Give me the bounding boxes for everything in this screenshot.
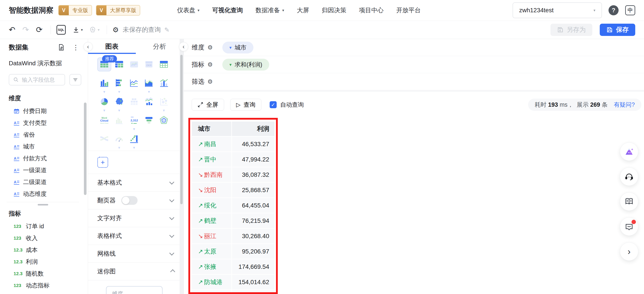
chart-type-item[interactable] <box>142 95 156 114</box>
chart-type-item[interactable] <box>97 132 112 151</box>
table-row[interactable]: ↗晋中 47,994.22 <box>192 152 275 167</box>
minichart-dimension-input[interactable]: 维度 <box>106 286 162 294</box>
undo-icon[interactable]: ↶ <box>9 26 15 34</box>
chart-type-item[interactable] <box>112 114 126 132</box>
collapse-chart-panel-button[interactable]: ‹ <box>179 42 188 51</box>
feedback-button[interactable] <box>620 217 638 236</box>
chart-type-item[interactable]: ▾ <box>112 132 126 151</box>
nav-menu-item[interactable]: 仪表盘 ▾ <box>177 6 200 14</box>
chart-type-item[interactable] <box>126 58 142 76</box>
collapse-sidebar-button[interactable]: ‹ <box>84 42 93 51</box>
add-chart-button[interactable]: + <box>97 157 108 168</box>
chart-type-item[interactable] <box>156 58 171 76</box>
metric-chip-sum-profit[interactable]: ▾ 求和(利润) <box>222 59 269 70</box>
chart-type-item[interactable]: ▾ <box>112 76 126 95</box>
chart-type-item[interactable] <box>126 95 142 114</box>
rename-pencil-icon[interactable]: ✎ <box>164 26 169 34</box>
expand-panel-button[interactable]: › <box>620 242 638 261</box>
table-row[interactable]: ↘沈阳 25,868.57 <box>192 183 275 198</box>
chart-panel-tab[interactable]: 图表 <box>88 39 136 54</box>
format-section-row[interactable]: 网格线 <box>88 245 183 263</box>
field-filter-button[interactable] <box>70 74 81 86</box>
table-row[interactable]: ↗防城港 154,014.62 <box>192 275 275 290</box>
nav-menu-item[interactable]: 大屏 <box>297 6 309 14</box>
metric-field-item[interactable]: 123 订单 id <box>9 220 88 232</box>
field-search-input[interactable]: 输入字段信息 <box>9 74 65 86</box>
format-section-row[interactable]: 表格样式 <box>88 227 183 245</box>
chart-type-item[interactable] <box>156 114 171 132</box>
nav-menu-item[interactable]: 归因决策 <box>322 6 346 14</box>
format-section-row[interactable]: 迷你图 <box>88 263 183 280</box>
resize-handle[interactable] <box>38 204 48 206</box>
run-query-button[interactable]: ▷ 查询 <box>230 99 261 111</box>
metric-field-item[interactable]: 12.3 成本 <box>9 244 88 256</box>
format-section-row[interactable]: 基本格式 <box>88 174 183 192</box>
save-as-button[interactable]: 另存为 <box>550 24 592 36</box>
table-row[interactable]: ↗鹤壁 76,215.94 <box>192 214 275 228</box>
chart-panel-scrollbar[interactable] <box>180 55 183 204</box>
dimension-field-item[interactable]: A 二级渠道 <box>9 176 88 188</box>
refresh-icon[interactable]: ⟳ <box>36 26 42 34</box>
language-icon[interactable]: 中 <box>625 5 635 15</box>
table-row[interactable]: ↗太原 95,206.97 <box>192 244 275 259</box>
docs-button[interactable] <box>620 192 638 211</box>
auto-query-checkbox[interactable]: ✓ <box>270 101 277 108</box>
dimension-field-item[interactable]: A 城市 <box>9 141 88 152</box>
table-row[interactable]: ↘黔西南 36,087.32 <box>192 167 275 182</box>
more-options-kebab-icon[interactable]: ⋮ <box>72 44 79 51</box>
dimension-field-item[interactable]: A 付款方式 <box>9 152 88 164</box>
chart-type-item[interactable]: ▾ <box>97 95 112 114</box>
chart-type-item[interactable]: 推荐 <box>97 58 112 76</box>
auto-query-option[interactable]: ✓ 自动查询 <box>270 101 304 109</box>
dimension-field-item[interactable]: A 省份 <box>9 129 88 141</box>
metric-field-item[interactable]: 12.3 利润 <box>9 256 88 268</box>
nav-menu-item[interactable]: 项目中心 <box>359 6 384 14</box>
save-button[interactable]: 保存 <box>600 24 635 36</box>
dimension-chip-city[interactable]: ▾ 城市 <box>222 42 254 54</box>
chart-panel-tab[interactable]: 分析 <box>136 39 184 54</box>
table-row[interactable]: ↗南昌 46,533.27 <box>192 137 275 152</box>
workspace-select[interactable]: zwh1234test ▾ <box>512 2 602 18</box>
dimension-field-item[interactable]: A 支付类型 <box>9 117 88 129</box>
dimension-gear-icon[interactable]: ⚙ <box>208 44 213 51</box>
metric-field-item[interactable]: 123 动态指标 <box>9 280 88 291</box>
table-row[interactable]: ↗绥化 64,455.04 <box>192 198 275 213</box>
nav-menu-item[interactable]: 数据准备 ▾ <box>256 6 284 14</box>
chart-type-item[interactable]: 2,312 ▾ <box>126 114 142 132</box>
metric-field-item[interactable]: 123 收入 <box>9 232 88 244</box>
sidebar-scrollbar[interactable] <box>84 102 86 195</box>
chart-type-item[interactable]: ▾ <box>156 95 171 114</box>
chart-type-item[interactable] <box>142 114 156 132</box>
chart-type-item[interactable] <box>156 76 171 95</box>
dimension-field-item[interactable]: A 一级渠道 <box>9 164 88 176</box>
filter-gear-icon[interactable]: ⚙ <box>208 78 213 85</box>
dimension-field-item[interactable]: 付费日期 <box>9 105 88 117</box>
metric-field-item[interactable]: 12.3 随机数 <box>9 268 88 280</box>
chart-type-item[interactable]: ▾ <box>97 76 112 95</box>
question-link[interactable]: 有疑问? <box>614 101 635 109</box>
metric-gear-icon[interactable]: ⚙ <box>208 61 213 68</box>
dimension-field-item[interactable]: A 动态维度 <box>9 188 88 200</box>
column-header-profit[interactable]: 利润 <box>232 122 274 136</box>
chart-type-item[interactable] <box>126 76 142 95</box>
table-row[interactable]: ↗张掖 174,669.54 <box>192 260 275 274</box>
table-row[interactable]: ↘丽江 30,268.40 <box>192 229 275 244</box>
nav-menu-item[interactable]: 可视化查询 <box>212 6 243 14</box>
fullscreen-button[interactable]: 全屏 <box>192 99 224 111</box>
chart-type-item[interactable]: WordCloudWord Cloud <box>97 114 112 132</box>
switch-dataset-icon[interactable] <box>58 44 65 51</box>
query-settings-gear-icon[interactable]: ⚙ <box>112 26 119 34</box>
customer-service-button[interactable] <box>620 167 638 186</box>
chart-type-item[interactable]: ▾ <box>142 76 156 95</box>
format-section-row[interactable]: 翻页器 <box>88 192 183 210</box>
accelerate-button[interactable]: ▾ <box>89 26 100 34</box>
column-header-city[interactable]: 城市 <box>192 122 231 136</box>
format-section-row[interactable]: 文字对齐 <box>88 210 183 227</box>
pager-toggle[interactable] <box>121 196 138 205</box>
nav-menu-item[interactable]: 开放平台 <box>396 6 421 14</box>
chart-type-item[interactable]: ▾ <box>112 95 126 114</box>
help-icon[interactable]: ? <box>608 5 618 15</box>
redo-icon[interactable]: ↷ <box>22 26 29 34</box>
chart-type-item[interactable]: OKR <box>142 58 156 76</box>
dataset-name[interactable]: DataWind 演示数据 <box>9 59 88 68</box>
